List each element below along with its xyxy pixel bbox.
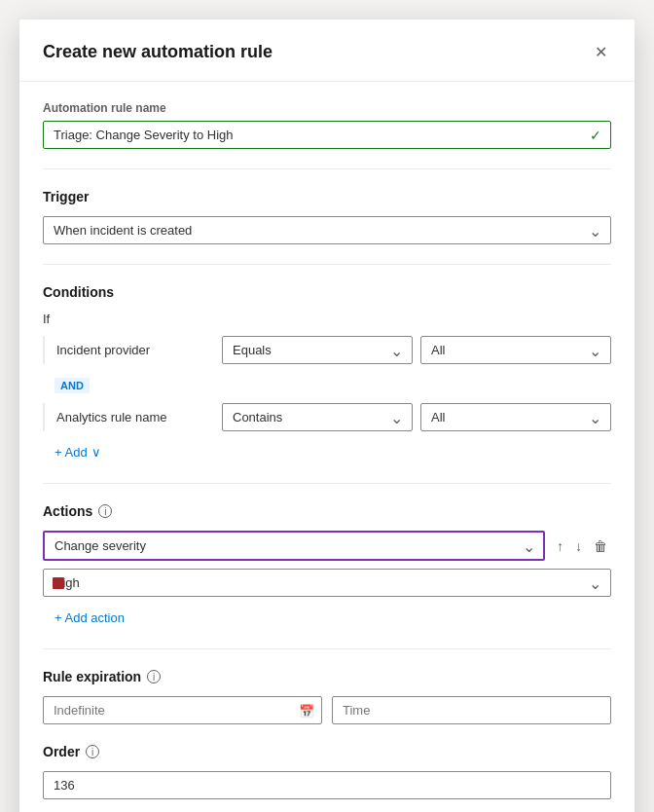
severity-select-wrapper: High Medium Low Informational <box>43 569 611 597</box>
order-label: Order <box>43 744 80 759</box>
divider-3 <box>43 483 611 484</box>
delete-icon: 🗑 <box>594 538 607 554</box>
rule-expiration-header: Rule expiration i <box>43 669 611 684</box>
calendar-icon: 📅 <box>299 703 314 718</box>
move-up-icon: ↑ <box>557 538 563 554</box>
actions-header: Actions i <box>43 503 611 519</box>
severity-select[interactable]: High Medium Low Informational <box>43 569 611 597</box>
expiration-date-wrapper: 📅 <box>43 696 322 724</box>
automation-rule-name-label: Automation rule name <box>43 101 611 115</box>
condition-row-1: Incident provider Equals Does not equal … <box>43 336 611 364</box>
actions-group: Actions i Change severity Assign owner C… <box>43 503 611 629</box>
automation-rule-name-input-wrapper: ✓ <box>43 121 611 149</box>
rule-expiration-label: Rule expiration <box>43 669 141 684</box>
condition-2-operator-wrapper: Contains Does not contain <box>222 403 413 431</box>
condition-2-value-select[interactable]: All Custom <box>420 403 611 431</box>
actions-label: Actions <box>43 503 92 519</box>
expiration-time-wrapper <box>332 696 611 724</box>
move-down-icon: ↓ <box>575 538 582 554</box>
actions-info-icon: i <box>98 504 112 518</box>
divider-2 <box>43 264 611 265</box>
trigger-label: Trigger <box>43 189 611 204</box>
condition-row-2: Analytics rule name Contains Does not co… <box>43 403 611 431</box>
add-condition-chevron: ∨ <box>91 445 101 460</box>
action-move-down-button[interactable]: ↓ <box>571 535 586 558</box>
condition-2-operator-select[interactable]: Contains Does not contain <box>222 403 413 431</box>
automation-rule-name-group: Automation rule name ✓ <box>43 101 611 149</box>
condition-1-value-wrapper: All Microsoft <box>420 336 611 364</box>
action-controls: ↑ ↓ 🗑 <box>553 535 611 558</box>
trigger-select[interactable]: When incident is created When incident i… <box>43 216 611 244</box>
severity-row: High Medium Low Informational <box>43 569 611 597</box>
conditions-section: Conditions If Incident provider Equals D… <box>43 284 611 463</box>
condition-1-operator-select[interactable]: Equals Does not equal <box>222 336 413 364</box>
add-action-label: + Add action <box>54 610 125 625</box>
condition-2-value-wrapper: All Custom <box>420 403 611 431</box>
rule-expiration-group: Rule expiration i 📅 <box>43 669 611 724</box>
order-group: Order i <box>43 744 611 799</box>
order-input[interactable] <box>43 771 611 799</box>
condition-1-controls: Equals Does not equal All Microsoft <box>222 336 611 364</box>
add-action-button[interactable]: + Add action <box>54 607 125 629</box>
automation-rule-name-input[interactable] <box>43 121 611 149</box>
conditions-if-label: If <box>43 312 611 326</box>
order-info-icon: i <box>86 745 99 758</box>
conditions-label: Conditions <box>43 284 611 300</box>
action-select-wrapper: Change severity Assign owner Change stat… <box>43 531 545 561</box>
action-row: Change severity Assign owner Change stat… <box>43 531 611 561</box>
order-header: Order i <box>43 744 611 759</box>
close-button[interactable]: ✕ <box>591 39 611 65</box>
and-badge: AND <box>54 378 90 393</box>
condition-2-field: Analytics rule name <box>56 410 222 424</box>
action-delete-button[interactable]: 🗑 <box>590 535 611 558</box>
dialog-body: Automation rule name ✓ Trigger When inci… <box>19 82 635 812</box>
condition-1-value-select[interactable]: All Microsoft <box>420 336 611 364</box>
condition-2-controls: Contains Does not contain All Custom <box>222 403 611 431</box>
trigger-group: Trigger When incident is created When in… <box>43 189 611 244</box>
add-condition-label: + Add <box>54 445 88 460</box>
dialog-title: Create new automation rule <box>43 42 272 62</box>
condition-1-field: Incident provider <box>56 343 222 357</box>
expiration-time-input[interactable] <box>332 696 611 724</box>
dialog-header: Create new automation rule ✕ <box>19 19 635 82</box>
expiration-date-input[interactable] <box>43 696 322 724</box>
trigger-select-wrapper: When incident is created When incident i… <box>43 216 611 244</box>
condition-1-operator-wrapper: Equals Does not equal <box>222 336 413 364</box>
rule-expiration-inputs: 📅 <box>43 696 611 724</box>
valid-check-icon: ✓ <box>590 128 601 143</box>
divider-1 <box>43 168 611 169</box>
expiration-row: 📅 <box>43 696 611 724</box>
add-condition-button[interactable]: + Add ∨ <box>54 441 101 463</box>
divider-4 <box>43 648 611 649</box>
order-input-wrapper <box>43 771 611 799</box>
action-type-select[interactable]: Change severity Assign owner Change stat… <box>43 531 545 561</box>
action-move-up-button[interactable]: ↑ <box>553 535 567 558</box>
create-automation-rule-dialog: Create new automation rule ✕ Automation … <box>19 19 635 812</box>
rule-expiration-info-icon: i <box>147 670 161 683</box>
